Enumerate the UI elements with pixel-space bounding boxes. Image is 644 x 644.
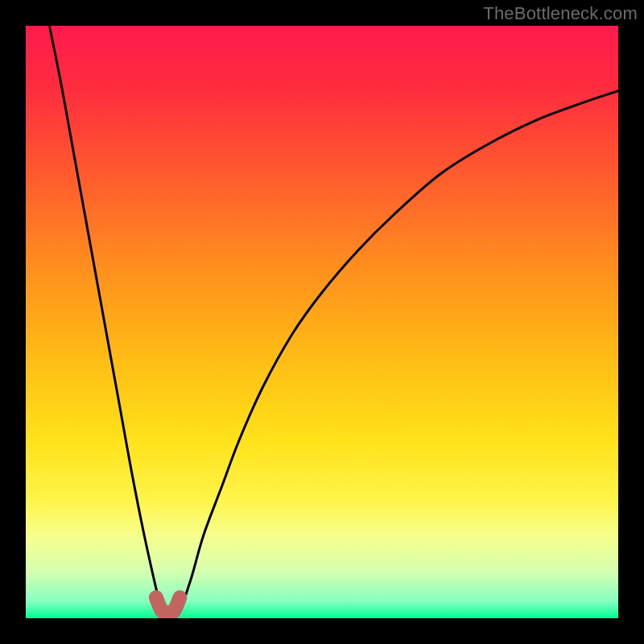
chart-frame: TheBottleneck.com — [0, 0, 644, 644]
plot-area — [26, 26, 618, 618]
optimum-marker — [156, 597, 180, 613]
left-curve — [49, 26, 162, 613]
watermark-text: TheBottleneck.com — [483, 3, 638, 24]
right-curve — [180, 91, 618, 613]
curves-layer — [26, 26, 618, 618]
